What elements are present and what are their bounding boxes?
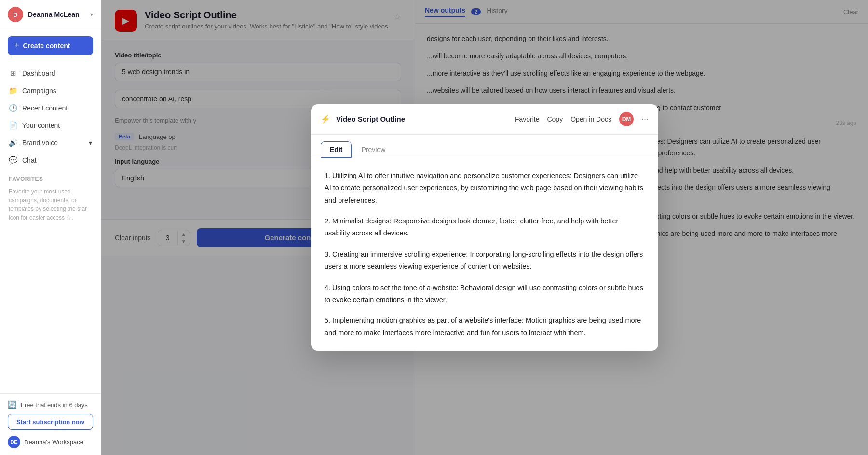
modal-overlay[interactable]: ⚡ Video Script Outline Favorite Copy Ope… (101, 0, 868, 455)
avatar: D (8, 7, 23, 22)
sidebar-item-label: Your content (22, 122, 60, 129)
plus-icon: + (14, 41, 20, 51)
modal-more-button[interactable]: ··· (641, 114, 649, 124)
sidebar-item-label: Recent content (22, 104, 68, 112)
create-content-label: Create content (23, 42, 70, 50)
modal-header: ⚡ Video Script Outline Favorite Copy Ope… (311, 104, 658, 135)
user-name: Deanna McLean (28, 11, 90, 18)
main-area: ▶ Video Script Outline Create script out… (101, 0, 868, 455)
sidebar-item-brand-voice[interactable]: 🔊 Brand voice ▾ (0, 134, 101, 152)
sidebar-item-label: Chat (22, 156, 37, 164)
content-wrapper: ▶ Video Script Outline Create script out… (101, 0, 868, 455)
sidebar-item-campaigns[interactable]: 📁 Campaigns (0, 82, 101, 99)
modal-content-paragraph: 1. Utilizing AI to offer intuitive navig… (325, 170, 645, 207)
favorites-section-label: Favorites (0, 169, 101, 185)
brand-voice-icon: 🔊 (9, 138, 17, 147)
chevron-down-icon: ▾ (90, 11, 93, 18)
sidebar-item-chat[interactable]: 💬 Chat (0, 152, 101, 169)
chat-icon: 💬 (9, 156, 17, 165)
dashboard-icon: ⊞ (9, 69, 17, 78)
modal-avatar: DM (619, 112, 634, 126)
modal-actions: Favorite Copy Open in Docs DM ··· (515, 112, 649, 126)
chevron-down-icon: ▾ (89, 139, 92, 147)
trial-notice: 🔄 Free trial ends in 6 days (8, 400, 93, 409)
modal-content-paragraph: 4. Using colors to set the tone of a web… (325, 282, 645, 306)
sidebar-nav: ⊞ Dashboard 📁 Campaigns 🕐 Recent content… (0, 62, 101, 393)
workspace-row: DE Deanna's Workspace (8, 436, 93, 448)
flash-icon: ⚡ (321, 114, 330, 124)
tab-edit[interactable]: Edit (321, 141, 352, 158)
content-icon: 📄 (9, 121, 17, 130)
sidebar-item-your-content[interactable]: 📄 Your content (0, 117, 101, 134)
subscribe-button[interactable]: Start subscription now (8, 414, 93, 430)
modal-content-paragraph: 2. Minimalist designs: Responsive design… (325, 215, 645, 240)
recent-icon: 🕐 (9, 104, 17, 112)
modal-title: Video Script Outline (336, 115, 405, 123)
user-menu[interactable]: D Deanna McLean ▾ (0, 0, 101, 29)
modal-content-paragraph: 3. Creating an immersive scrolling exper… (325, 248, 645, 273)
trial-icon: 🔄 (8, 400, 17, 409)
sidebar-item-label: Campaigns (22, 87, 56, 95)
workspace-name: Deanna's Workspace (24, 439, 83, 446)
modal-body: 1. Utilizing AI to offer intuitive navig… (311, 158, 658, 351)
modal-open-in-docs-button[interactable]: Open in Docs (570, 115, 611, 123)
sidebar-item-dashboard[interactable]: ⊞ Dashboard (0, 65, 101, 82)
tab-preview[interactable]: Preview (353, 141, 394, 158)
sidebar: D Deanna McLean ▾ + Create content ⊞ Das… (0, 0, 101, 455)
trial-text: Free trial ends in 6 days (21, 401, 88, 409)
modal-copy-button[interactable]: Copy (547, 115, 563, 123)
sidebar-bottom: 🔄 Free trial ends in 6 days Start subscr… (0, 393, 101, 455)
modal-dialog: ⚡ Video Script Outline Favorite Copy Ope… (311, 104, 658, 351)
sidebar-item-recent-content[interactable]: 🕐 Recent content (0, 99, 101, 117)
sidebar-item-label: Brand voice (22, 139, 58, 147)
favorites-description: Favorite your most used campaigns, docum… (0, 185, 101, 227)
modal-favorite-button[interactable]: Favorite (515, 115, 540, 123)
workspace-avatar: DE (8, 436, 20, 448)
create-content-button[interactable]: + Create content (8, 36, 93, 55)
campaigns-icon: 📁 (9, 86, 17, 95)
sidebar-item-label: Dashboard (22, 69, 55, 77)
modal-tabs: Edit Preview (311, 135, 658, 158)
modal-content-paragraph: 5. Implementing motion graphics as part … (325, 315, 645, 339)
